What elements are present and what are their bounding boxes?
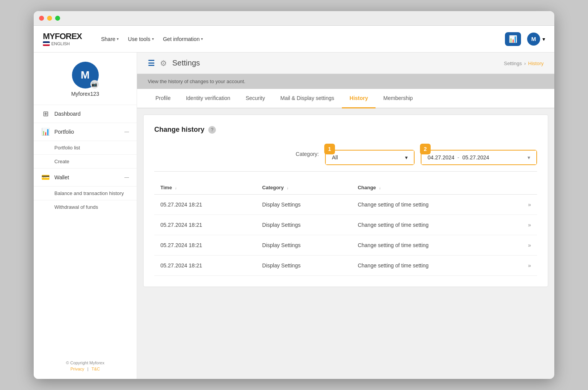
nav-use-tools[interactable]: Use tools ▾: [128, 36, 154, 42]
maximize-button[interactable]: [55, 16, 60, 21]
main-content: Change history ? Category: 1 All ▾: [143, 115, 548, 287]
chevron-right-icon[interactable]: »: [528, 222, 531, 228]
nav-share[interactable]: Share ▾: [101, 36, 119, 42]
table-row[interactable]: 05.27.2024 18:21 Display Settings Change…: [154, 256, 537, 276]
col-time[interactable]: Time ↓: [154, 181, 256, 195]
cell-time: 05.27.2024 18:21: [154, 256, 256, 276]
breadcrumb-arrow: ›: [524, 60, 526, 66]
breadcrumb-root: Settings: [504, 60, 522, 66]
grid-icon: ⊞: [41, 110, 50, 118]
chevron-right-icon[interactable]: »: [528, 202, 531, 208]
footer-links: Privacy | T&C: [66, 367, 104, 371]
cell-change: Change setting of time setting: [351, 195, 508, 215]
sidebar-item-wallet[interactable]: 💳 Wallet —: [34, 168, 137, 186]
sort-icon: ↓: [287, 186, 289, 190]
sidebar-item-portfolio-list[interactable]: Portfolio list: [34, 141, 137, 154]
col-category[interactable]: Category ↓: [256, 181, 352, 195]
cell-change: Change setting of time setting: [351, 215, 508, 235]
top-navigation: MYFOREX ENGLISH Share ▾ Use tools ▾ Get …: [34, 26, 554, 52]
date-range-select[interactable]: 04.27.2024 - 05.27.2024 ▾: [421, 151, 536, 164]
app-window: MYFOREX ENGLISH Share ▾ Use tools ▾ Get …: [34, 11, 554, 379]
privacy-link[interactable]: Privacy: [70, 367, 84, 371]
tab-membership[interactable]: Membership: [376, 89, 420, 108]
filter-badge-2: 2: [420, 144, 431, 154]
minimize-button[interactable]: [47, 16, 52, 21]
logo-text: MYFOREX: [43, 32, 82, 41]
logo: MYFOREX ENGLISH: [43, 32, 89, 46]
divider: |: [87, 367, 88, 371]
cell-time: 05.27.2024 18:21: [154, 215, 256, 235]
cell-category: Display Settings: [256, 256, 352, 276]
table-row[interactable]: 05.27.2024 18:21 Display Settings Change…: [154, 215, 537, 235]
flag-icon: [43, 41, 50, 46]
topnav-right: 📊 M ▾: [505, 32, 545, 46]
filter-label: Category:: [296, 151, 319, 157]
camera-icon[interactable]: 📷: [90, 80, 99, 88]
hamburger-icon[interactable]: ☰: [148, 59, 155, 68]
tab-mail-display-settings[interactable]: Mail & Display settings: [273, 89, 342, 108]
date-dash: -: [457, 154, 459, 161]
category-select[interactable]: All ▾: [326, 151, 414, 164]
sidebar-username: Myforex123: [71, 91, 99, 97]
logo-my: MY: [43, 31, 55, 41]
cell-action[interactable]: »: [508, 195, 537, 215]
nav-links: Share ▾ Use tools ▾ Get information ▾: [101, 36, 493, 42]
tab-identity-verification[interactable]: Identity verification: [178, 89, 238, 108]
sidebar-item-balance[interactable]: Balance and transaction history: [34, 186, 137, 200]
tab-profile[interactable]: Profile: [148, 89, 178, 108]
chart-icon: 📊: [509, 35, 517, 43]
cell-time: 05.27.2024 18:21: [154, 195, 256, 215]
chart-icon: 📊: [41, 128, 50, 136]
date-end: 05.27.2024: [462, 154, 489, 161]
close-button[interactable]: [39, 16, 44, 21]
cell-category: Display Settings: [256, 235, 352, 256]
user-menu[interactable]: M ▾: [527, 33, 545, 46]
tab-history[interactable]: History: [342, 89, 376, 108]
sidebar: M 📷 Myforex123 ⊞ Dashboard 📊 Portfolio —…: [34, 52, 137, 379]
tab-security[interactable]: Security: [238, 89, 273, 108]
sidebar-item-dashboard[interactable]: ⊞ Dashboard: [34, 105, 137, 123]
history-table: Time ↓ Category ↓ Change ↓: [154, 181, 537, 276]
cell-action[interactable]: »: [508, 256, 537, 276]
section-title: Change history: [154, 126, 204, 134]
content-area: ☰ ⚙ Settings Settings › History View the…: [137, 52, 554, 379]
description-bar: View the history of changes to your acco…: [137, 74, 554, 89]
cell-action[interactable]: »: [508, 235, 537, 256]
cell-change: Change setting of time setting: [351, 256, 508, 276]
sidebar-nav: ⊞ Dashboard 📊 Portfolio — Portfolio list…: [34, 105, 137, 214]
sidebar-item-withdrawal[interactable]: Withdrawal of funds: [34, 200, 137, 214]
date-range-container: 2 04.27.2024 - 05.27.2024 ▾: [421, 150, 537, 165]
cell-change: Change setting of time setting: [351, 235, 508, 256]
cell-category: Display Settings: [256, 215, 352, 235]
chevron-down-icon: ▾: [201, 37, 203, 41]
chevron-down-icon: ▾: [405, 154, 408, 161]
chevron-right-icon[interactable]: »: [528, 242, 531, 248]
chevron-down-icon: ▾: [528, 154, 530, 161]
col-change[interactable]: Change ↓: [351, 181, 508, 195]
description-text: View the history of changes to your acco…: [148, 79, 245, 84]
minus-icon: —: [124, 129, 129, 134]
tnc-link[interactable]: T&C: [91, 367, 100, 371]
help-icon[interactable]: ?: [208, 126, 216, 134]
sort-icon: ↓: [175, 186, 177, 190]
gear-icon: ⚙: [160, 59, 167, 68]
sidebar-item-create[interactable]: Create: [34, 154, 137, 168]
sidebar-footer: © Copyright Myforex Privacy | T&C: [58, 353, 112, 379]
chevron-down-icon: ▾: [542, 36, 545, 42]
analytics-button[interactable]: 📊: [505, 32, 521, 46]
tabs-bar: Profile Identity verification Security M…: [137, 89, 554, 108]
language-label: ENGLISH: [51, 41, 70, 46]
breadcrumb: Settings › History: [504, 60, 544, 66]
cell-action[interactable]: »: [508, 215, 537, 235]
nav-get-information[interactable]: Get information ▾: [163, 36, 203, 42]
table-row[interactable]: 05.27.2024 18:21 Display Settings Change…: [154, 235, 537, 256]
table-row[interactable]: 05.27.2024 18:21 Display Settings Change…: [154, 195, 537, 215]
wallet-icon: 💳: [41, 173, 50, 182]
chevron-right-icon[interactable]: »: [528, 262, 531, 269]
category-value: All: [332, 154, 338, 161]
breadcrumb-current[interactable]: History: [528, 60, 544, 66]
filter-row: Category: 1 All ▾ 2 04.27.2024: [154, 143, 537, 172]
sidebar-item-portfolio[interactable]: 📊 Portfolio —: [34, 123, 137, 141]
language-selector[interactable]: ENGLISH: [43, 41, 70, 46]
date-start: 04.27.2024: [428, 154, 454, 161]
